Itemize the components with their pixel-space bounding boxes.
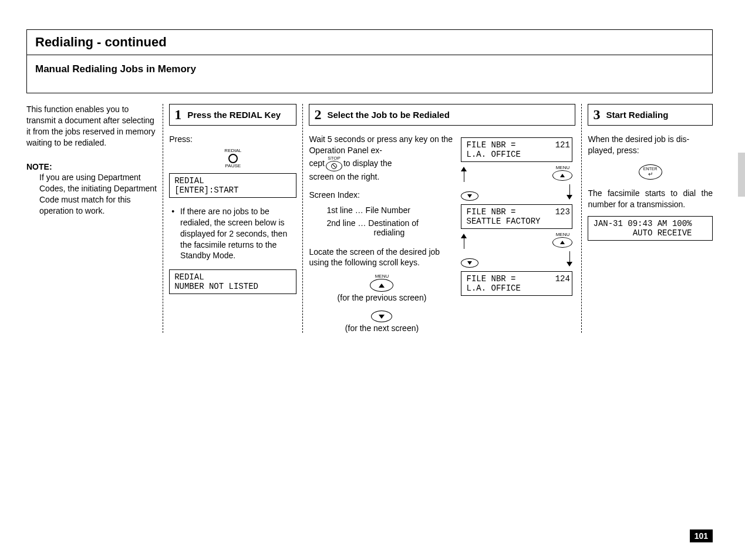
column-divider [302,104,303,333]
lcd-line: REDIAL [174,176,204,185]
step1-header: 1 Press the REDIAL Key [169,104,296,126]
arrow-down-icon [567,184,572,200]
page-number: 101 [690,529,713,542]
enter-button-block: ENTER ↵ [588,164,713,180]
intro-paragraph: This function enables you to transmit a … [26,104,157,149]
step2-number: 2 [314,107,321,123]
step2-para1b-row: cept STOP to display the [309,156,454,171]
down-button-icon [371,311,392,322]
lcd-line: AUTO RECEIVE [593,228,692,238]
step1-bullet-text: If there are no jobs to be redialed, the… [180,206,296,261]
arrow-down-icon [567,251,572,266]
menu-up-button-icon [370,279,393,292]
menu-label: MENU [556,232,570,237]
header-block: Redialing - continued Manual Redialing J… [26,29,713,93]
step2-para1b-b: to display the [343,158,392,169]
arrow-row [461,183,572,201]
step1-bullet: • If there are no jobs to be redialed, t… [169,206,296,261]
step1-column: 1 Press the REDIAL Key Press: REDIAL PAU… [169,104,296,333]
arrow-row: MENU [461,166,572,183]
step1-title: Press the REDIAL Key [187,110,281,120]
lcd-line: FILE NBR = 121 [466,140,569,150]
file-lcd: FILE NBR = 124 L.A. OFFICE [461,271,572,296]
menu-button-block: MENU (for the previous screen) [309,274,454,302]
lcd-line: L.A. OFFICE [466,284,520,293]
lcd-line: [ENTER]:START [174,185,238,195]
intro-column: This function enables you to transmit a … [26,104,157,333]
redial-button-diagram: REDIAL PAUSE [169,149,296,168]
step2-para2: Locate the screen of the de­sired job us… [309,247,454,269]
step2-file-stack: FILE NBR = 121 L.A. OFFICE MENU FILE NBR… [458,134,575,333]
step1-number: 1 [174,107,181,123]
arrow-row: MENU [461,232,572,250]
lcd-line: JAN-31 09:43 AM 100% [593,219,692,228]
stop-button-icon [326,161,342,171]
menu-mini: MENU [552,232,572,248]
step2-title: Select the Job to be Redialed [327,110,449,120]
page-subtitle: Manual Redialing Jobs in Memory [27,55,712,93]
menu-mini: MENU [552,166,572,181]
enter-button-icon: ENTER ↵ [639,164,662,180]
step3-column: 3 Start Redialing When the desired job i… [588,104,713,333]
redial-button-icon [228,154,238,163]
menu-up-button-icon [552,170,572,181]
step3-lcd: JAN-31 09:43 AM 100% AUTO RECEIVE [588,216,713,241]
file-lcd: FILE NBR = 121 L.A. OFFICE [461,137,572,162]
lcd-line: SEATTLE FACTORY [466,217,540,226]
arrow-up-icon [461,234,467,249]
menu-label: MENU [556,166,570,170]
enter-symbol-icon: ↵ [648,171,653,177]
arrow-up-icon [461,167,467,182]
screen-index-2a: 2nd line … Destination of [326,218,454,228]
lcd-line: REDIAL [174,272,204,282]
screen-index-label: Screen Index: [309,190,454,201]
down-button-block: (for the next screen) [309,311,454,333]
step2-left: Wait 5 seconds or press any key on the O… [309,134,454,333]
note-label: NOTE: [26,161,157,173]
step3-number: 3 [593,107,600,123]
lcd-line: NUMBER NOT LISTED [174,282,258,291]
prev-caption: (for the previous screen) [338,293,427,302]
lcd-line: FILE NBR = 123 [466,207,569,217]
file-lcd: FILE NBR = 123 SEATTLE FACTORY [461,204,572,229]
lcd-line: L.A. OFFICE [466,150,520,159]
screen-index-1: 1st line … File Number [326,205,454,215]
step3-header: 3 Start Redialing [588,104,713,126]
column-divider [163,104,163,333]
note-body: If you are using Department Codes, the i… [39,172,157,217]
step2-para1a: Wait 5 seconds or press any key on the O… [309,134,454,156]
screen-index-2b: redialing [373,228,454,237]
arrow-row [461,250,572,268]
content-columns: This function enables you to transmit a … [26,104,713,333]
step2-column: 2 Select the Job to be Redialed Wait 5 s… [309,104,575,333]
enter-label: ENTER [643,167,658,171]
menu-label: MENU [375,274,389,279]
redial-label-bottom: PAUSE [225,164,241,168]
lcd-line: FILE NBR = 124 [466,274,569,284]
step2-para1c: screen on the right. [309,171,454,183]
redial-label-top: REDIAL [224,149,241,153]
step1-lcd1: REDIAL [ENTER]:START [169,173,296,198]
step3-para1: When the desired job is dis­played, pres… [588,134,713,156]
step3-title: Start Redialing [606,110,668,120]
step1-press-label: Press: [169,134,296,145]
bullet-icon: • [171,206,174,261]
step3-para2: The facsimile starts to dial the number … [588,188,713,210]
column-divider [581,104,582,333]
step1-lcd2: REDIAL NUMBER NOT LISTED [169,269,296,294]
step2-para1b-a: cept [309,158,324,169]
stop-button-diagram: STOP [326,156,342,171]
menu-up-button-icon [552,237,572,248]
side-tab [738,153,745,197]
stop-label: STOP [328,156,341,161]
page-title: Redialing - continued [27,30,712,55]
down-button-icon [461,258,478,268]
next-caption: (for the next screen) [345,323,419,333]
down-button-icon [461,191,478,201]
step2-header: 2 Select the Job to be Redialed [309,104,575,126]
